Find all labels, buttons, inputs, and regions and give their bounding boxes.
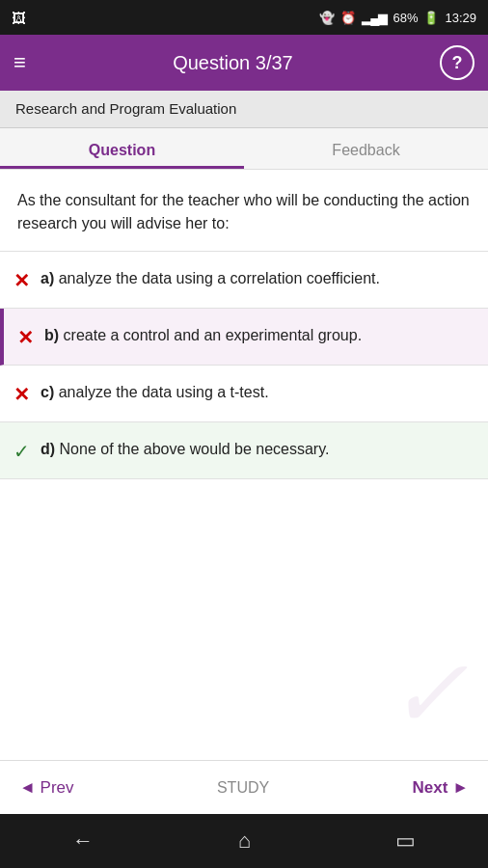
answer-option-a[interactable]: ✕ a) analyze the data using a correlatio… xyxy=(0,252,488,309)
ghost-icon: 👻 xyxy=(319,11,335,25)
answer-icon-b: ✕ xyxy=(17,324,44,349)
answer-option-c[interactable]: ✕ c) analyze the data using a t-test. xyxy=(0,366,488,422)
back-icon[interactable]: ← xyxy=(72,828,94,854)
menu-icon[interactable]: ≡ xyxy=(14,50,26,75)
answer-text-b: b) create a control and an experimental … xyxy=(44,324,362,347)
watermark: ✓ xyxy=(388,637,469,750)
wrong-icon-b: ✕ xyxy=(17,327,34,348)
status-bar: 🖼 👻 ⏰ ▂▄▆ 68% 🔋 13:29 xyxy=(0,0,488,35)
answer-text-c: c) analyze the data using a t-test. xyxy=(41,381,269,404)
answer-icon-d: ✓ xyxy=(14,438,41,463)
prev-button[interactable]: ◄ Prev xyxy=(19,778,74,798)
recent-apps-icon[interactable]: ▭ xyxy=(395,828,416,854)
study-button[interactable]: STUDY xyxy=(217,779,269,797)
answer-icon-c: ✕ xyxy=(14,381,41,406)
time-display: 13:29 xyxy=(445,11,476,25)
wrong-icon-a: ✕ xyxy=(14,270,30,291)
answer-text-a: a) analyze the data using a correlation … xyxy=(41,267,380,290)
question-area: As the consultant for the teacher who wi… xyxy=(0,170,488,760)
watermark-area: ✓ xyxy=(0,479,488,760)
wrong-icon-c: ✕ xyxy=(14,384,30,405)
battery-icon: 🔋 xyxy=(423,11,439,25)
help-button[interactable]: ? xyxy=(440,45,474,80)
next-button[interactable]: Next ► xyxy=(413,778,469,798)
category-title: Research and Program Evaluation xyxy=(15,100,236,117)
clock-icon: ⏰ xyxy=(340,11,356,25)
tab-question[interactable]: Question xyxy=(0,128,244,169)
tabs-container: Question Feedback xyxy=(0,128,488,170)
status-right: 👻 ⏰ ▂▄▆ 68% 🔋 13:29 xyxy=(319,11,476,25)
correct-icon-d: ✓ xyxy=(14,441,30,462)
bottom-nav: ◄ Prev STUDY Next ► xyxy=(0,760,488,814)
battery-percent: 68% xyxy=(393,11,418,25)
tab-feedback[interactable]: Feedback xyxy=(244,128,488,169)
answer-icon-a: ✕ xyxy=(14,267,41,292)
status-left: 🖼 xyxy=(12,10,26,26)
photo-icon: 🖼 xyxy=(12,10,26,26)
answer-option-b[interactable]: ✕ b) create a control and an experimenta… xyxy=(0,309,488,366)
category-bar: Research and Program Evaluation xyxy=(0,91,488,128)
answer-option-d[interactable]: ✓ d) None of the above would be necessar… xyxy=(0,422,488,479)
answer-text-d: d) None of the above would be necessary. xyxy=(41,438,329,461)
app-bar-title: Question 3/37 xyxy=(26,52,440,74)
question-text: As the consultant for the teacher who wi… xyxy=(0,170,488,252)
android-nav-bar: ← ⌂ ▭ xyxy=(0,814,488,868)
home-icon[interactable]: ⌂ xyxy=(238,828,251,854)
signal-bars: ▂▄▆ xyxy=(362,11,387,25)
app-bar: ≡ Question 3/37 ? xyxy=(0,35,488,91)
